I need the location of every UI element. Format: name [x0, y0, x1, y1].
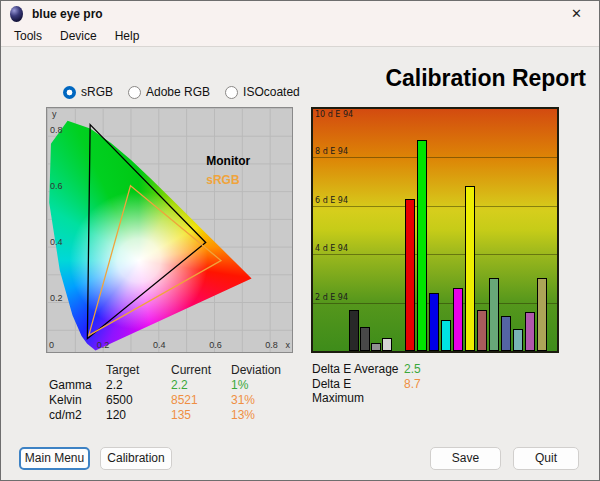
- cie-x-tick: 0.8: [265, 340, 278, 350]
- col-header-target: Target: [106, 363, 171, 378]
- row-label: Gamma: [49, 378, 106, 393]
- delta-e-maximum-label: Delta E Maximum: [312, 377, 404, 392]
- main-menu-button[interactable]: Main Menu: [19, 447, 90, 470]
- calibration-button[interactable]: Calibration: [100, 447, 172, 470]
- delta-e-average-label: Delta E Average: [312, 362, 404, 377]
- cie-x-tick: 0.6: [209, 340, 222, 350]
- menu-bar: ToolsDeviceHelp: [1, 26, 599, 47]
- measurement-table: Target Current Deviation Gamma2.22.21%Ke…: [49, 363, 301, 423]
- delta-e-average-value: 2.5: [404, 362, 421, 377]
- bar-brown: [477, 310, 487, 351]
- legend-srgb: sRGB: [206, 173, 239, 187]
- bar-light-gray: [382, 338, 392, 351]
- bar-khaki: [537, 278, 547, 351]
- gamut-triangle-srgb: [89, 186, 221, 336]
- col-header-current: Current: [171, 363, 231, 378]
- radio-option-adobe-rgb[interactable]: Adobe RGB: [128, 85, 210, 99]
- current-value: 8521: [171, 393, 231, 408]
- cie-y-tick: 0.8: [50, 125, 63, 135]
- delta-e-bar-chart: 10 d E 948 d E 946 d E 944 d E 942 d E 9…: [311, 107, 559, 353]
- deviation-value: 1%: [231, 378, 301, 393]
- target-value: 120: [106, 408, 171, 423]
- col-header-deviation: Deviation: [231, 363, 301, 378]
- cie-y-tick: 0.2: [50, 293, 63, 303]
- bar-slate-blue: [501, 316, 511, 351]
- target-value: 2.2: [106, 378, 171, 393]
- radio-label: Adobe RGB: [146, 85, 210, 99]
- quit-button[interactable]: Quit: [513, 447, 579, 470]
- bar-red: [405, 199, 415, 351]
- cie-y-tick: 0.6: [50, 181, 63, 191]
- current-value: 2.2: [171, 378, 231, 393]
- bar-dark-gray: [360, 327, 370, 351]
- blue-eye-app-icon: [10, 6, 23, 22]
- profile-radio-group: sRGBAdobe RGBISOcoated: [63, 85, 300, 99]
- cie-chromaticity-diagram: y x 00.20.40.60.80.20.40.60.8 MonitorsRG…: [46, 107, 293, 353]
- delta-e-maximum-value: 8.7: [404, 377, 421, 392]
- bar-cyan: [441, 320, 451, 351]
- delta-e-summary: Delta E Average 2.5 Delta E Maximum 8.7: [312, 362, 421, 392]
- target-value: 6500: [106, 393, 171, 408]
- menu-item-tools[interactable]: Tools: [5, 27, 51, 45]
- bar-orchid: [525, 312, 535, 351]
- gamut-triangle-monitor: [87, 125, 205, 339]
- cie-x-tick: 0: [49, 340, 54, 350]
- radio-icon[interactable]: [225, 86, 238, 99]
- bar-teal: [513, 329, 523, 351]
- radio-option-isocoated[interactable]: ISOcoated: [225, 85, 300, 99]
- title-bar: blue eye pro ✕: [1, 1, 599, 26]
- current-value: 135: [171, 408, 231, 423]
- radio-icon[interactable]: [63, 86, 76, 99]
- cie-x-tick: 0.4: [153, 340, 166, 350]
- radio-icon[interactable]: [128, 86, 141, 99]
- radio-option-srgb[interactable]: sRGB: [63, 85, 113, 99]
- cie-x-axis-label: x: [286, 340, 291, 350]
- bar-gray: [371, 343, 381, 351]
- cie-x-tick: 0.2: [97, 340, 110, 350]
- menu-item-help[interactable]: Help: [106, 27, 149, 45]
- bar-sea-green: [489, 278, 499, 351]
- radio-label: ISOcoated: [243, 85, 300, 99]
- deviation-value: 13%: [231, 408, 301, 423]
- window-title: blue eye pro: [32, 7, 103, 21]
- table-corner: [49, 363, 106, 378]
- bar-blue: [429, 293, 439, 351]
- legend-monitor: Monitor: [206, 154, 250, 168]
- close-icon[interactable]: ✕: [554, 1, 599, 26]
- cie-y-tick: 0.4: [50, 237, 63, 247]
- menu-item-device[interactable]: Device: [51, 27, 106, 45]
- cie-y-axis-label: y: [52, 109, 57, 119]
- page-title: Calibration Report: [385, 65, 586, 92]
- row-label: cd/m2: [49, 408, 106, 423]
- row-label: Kelvin: [49, 393, 106, 408]
- app-window: blue eye pro ✕ ToolsDeviceHelp sRGBAdobe…: [0, 0, 600, 481]
- bar-black: [349, 310, 359, 351]
- bar-magenta: [453, 288, 463, 351]
- deviation-value: 31%: [231, 393, 301, 408]
- radio-label: sRGB: [81, 85, 113, 99]
- bar-green: [417, 140, 427, 351]
- chart-bars: [313, 109, 557, 351]
- gamut-triangles: [47, 108, 292, 352]
- bar-yellow: [465, 186, 475, 351]
- save-button[interactable]: Save: [430, 447, 501, 470]
